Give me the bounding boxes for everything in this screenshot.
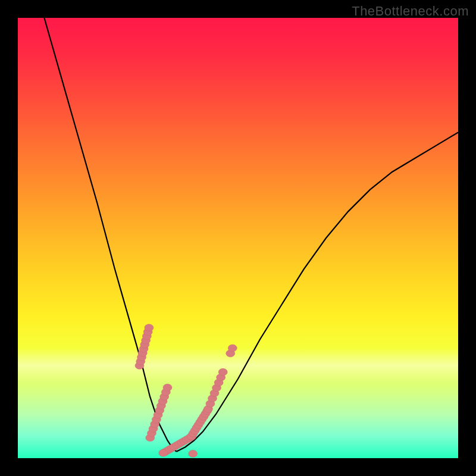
watermark-text: TheBottleneck.com: [352, 4, 469, 19]
overlay-dot: [145, 324, 154, 331]
overlay-dot: [163, 384, 172, 391]
curve-svg: [18, 18, 458, 458]
overlay-dot: [218, 368, 227, 375]
left-curve: [44, 18, 176, 452]
chart-container: TheBottleneck.com: [0, 0, 476, 476]
overlay-dot: [228, 345, 237, 352]
plot-area: [18, 18, 458, 458]
right-curve: [176, 132, 458, 452]
overlay-dot: [159, 449, 168, 456]
dot-overlay-group: [135, 324, 237, 458]
overlay-dot: [189, 450, 198, 457]
